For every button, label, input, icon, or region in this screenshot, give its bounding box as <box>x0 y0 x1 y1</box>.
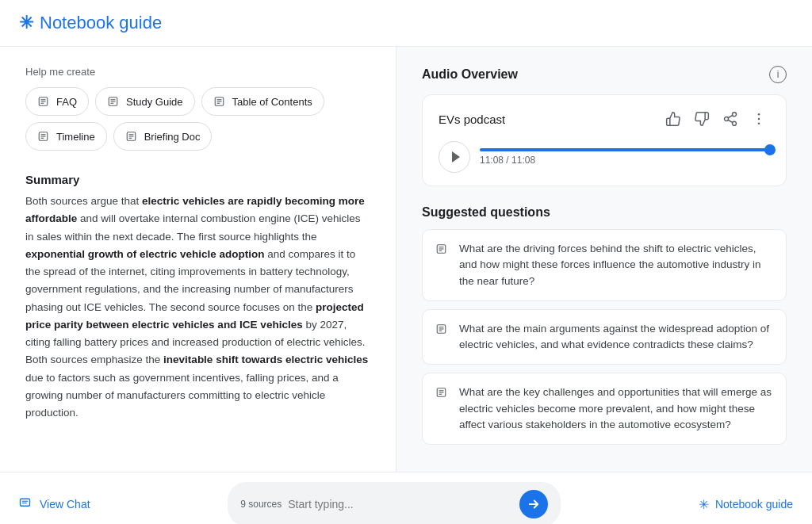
play-button[interactable] <box>439 141 470 173</box>
quick-actions: FAQ Study Guide <box>25 87 370 116</box>
svg-point-20 <box>733 113 737 117</box>
info-icon[interactable]: i <box>769 66 787 83</box>
table-of-contents-chip[interactable]: Table of Contents <box>201 87 324 116</box>
more-options-button[interactable] <box>748 108 770 130</box>
quick-actions-row2: Timeline Briefing Doc <box>25 122 370 151</box>
audio-player: EVs podcast <box>422 94 787 186</box>
app-title: Notebook guide <box>40 13 162 33</box>
timeline-chip[interactable]: Timeline <box>25 122 107 151</box>
play-triangle-icon <box>452 151 460 163</box>
view-chat-button[interactable]: View Chat <box>19 497 90 511</box>
help-label: Help me create <box>25 66 370 78</box>
timeline-icon <box>37 129 52 143</box>
progress-bar-fill <box>480 148 770 151</box>
bottom-bar: View Chat 9 sources ✳ Notebook guide <box>0 472 812 524</box>
view-chat-label: View Chat <box>40 498 90 511</box>
summary-text: Both sources argue that electric vehicle… <box>25 193 370 422</box>
thumbs-up-button[interactable] <box>662 108 684 130</box>
audio-overview-title: Audio Overview <box>422 67 518 82</box>
more-options-icon <box>751 111 767 127</box>
progress-bar-track[interactable] <box>480 148 770 151</box>
header: ✳ Notebook guide <box>0 0 812 47</box>
faq-icon <box>37 94 52 109</box>
timeline-label: Timeline <box>56 131 95 143</box>
question-card-1[interactable]: What are the driving forces behind the s… <box>422 229 787 301</box>
study-guide-icon <box>107 94 121 109</box>
suggested-questions-title: Suggested questions <box>422 205 787 220</box>
share-button[interactable] <box>719 108 741 130</box>
toc-icon <box>213 94 228 109</box>
question-icon-2 <box>435 322 450 338</box>
faq-label: FAQ <box>56 96 77 108</box>
svg-point-27 <box>758 123 760 125</box>
faq-chip[interactable]: FAQ <box>25 87 89 116</box>
notebook-guide-asterisk-icon: ✳ <box>699 497 709 512</box>
send-icon <box>527 497 541 511</box>
audio-overview-header: Audio Overview i <box>422 66 787 83</box>
progress-area: 11:08 / 11:08 <box>480 148 770 166</box>
question-icon-3 <box>435 385 450 402</box>
svg-point-25 <box>758 113 760 116</box>
question-card-2[interactable]: What are the main arguments against the … <box>422 309 787 365</box>
briefing-doc-icon <box>125 129 140 143</box>
main-content: Help me create FAQ <box>0 47 812 472</box>
svg-line-23 <box>728 120 733 122</box>
toc-label: Table of Contents <box>232 96 312 108</box>
sources-badge: 9 sources <box>240 499 282 510</box>
progress-knob <box>764 144 776 155</box>
chat-icon <box>19 497 33 511</box>
audio-controls <box>662 108 770 130</box>
logo-icon: ✳ <box>19 13 33 33</box>
briefing-doc-label: Briefing Doc <box>144 131 201 143</box>
study-guide-chip[interactable]: Study Guide <box>95 87 195 116</box>
thumbs-up-icon <box>665 111 681 127</box>
svg-point-22 <box>733 121 737 125</box>
question-text-2: What are the main arguments against the … <box>459 321 773 354</box>
left-panel: Help me create FAQ <box>0 47 396 472</box>
app-logo: ✳ Notebook guide <box>19 13 162 33</box>
share-icon <box>722 111 738 127</box>
notebook-guide-link-label: Notebook guide <box>715 498 793 511</box>
right-panel: Audio Overview i EVs podcast <box>396 47 812 472</box>
input-area: 9 sources <box>228 482 561 524</box>
audio-player-top: EVs podcast <box>439 108 770 130</box>
question-icon-1 <box>435 242 450 258</box>
study-guide-label: Study Guide <box>126 96 183 108</box>
summary-title: Summary <box>25 173 370 186</box>
svg-line-24 <box>728 115 733 117</box>
podcast-label: EVs podcast <box>439 113 505 126</box>
briefing-doc-chip[interactable]: Briefing Doc <box>113 122 213 151</box>
thumbs-down-button[interactable] <box>691 108 713 130</box>
audio-player-bottom: 11:08 / 11:08 <box>439 141 770 173</box>
notebook-guide-link[interactable]: ✳ Notebook guide <box>699 497 793 512</box>
question-card-3[interactable]: What are the key challenges and opportun… <box>422 373 787 445</box>
thumbs-down-icon <box>694 111 710 127</box>
question-text-3: What are the key challenges and opportun… <box>459 384 773 433</box>
question-text-1: What are the driving forces behind the s… <box>459 241 773 289</box>
svg-point-21 <box>725 117 729 121</box>
svg-point-26 <box>758 118 760 120</box>
send-button[interactable] <box>519 490 548 518</box>
chat-input[interactable] <box>288 498 513 511</box>
summary-section: Summary Both sources argue that electric… <box>25 173 370 422</box>
time-display: 11:08 / 11:08 <box>480 155 770 166</box>
svg-rect-40 <box>21 499 30 506</box>
